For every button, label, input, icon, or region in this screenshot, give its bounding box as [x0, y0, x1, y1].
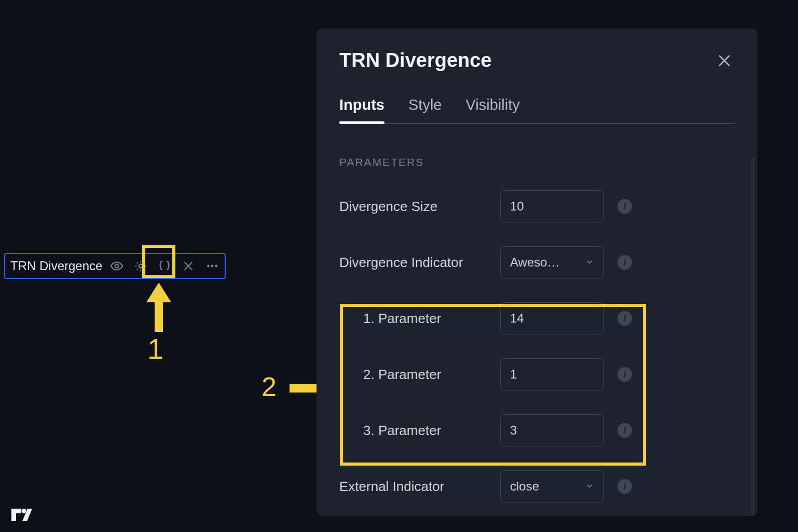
- svg-point-1: [139, 264, 143, 268]
- info-icon[interactable]: [617, 423, 632, 438]
- label-param-3: 3. Parameter: [339, 423, 500, 439]
- dialog-close-button[interactable]: [714, 50, 735, 71]
- row-param-3: 3. Parameter: [339, 414, 735, 446]
- tab-inputs[interactable]: Inputs: [339, 96, 384, 123]
- section-parameters: PARAMETERS: [339, 156, 735, 169]
- svg-point-4: [215, 265, 218, 268]
- svg-point-9: [22, 509, 26, 513]
- gear-icon[interactable]: [131, 257, 150, 275]
- svg-rect-8: [11, 509, 16, 521]
- input-param-2[interactable]: [500, 358, 604, 390]
- svg-point-3: [211, 265, 214, 268]
- row-divergence-size: Divergence Size: [339, 190, 735, 222]
- input-param-3[interactable]: [500, 414, 604, 446]
- svg-marker-5: [146, 283, 171, 332]
- select-value: Aweso…: [510, 255, 560, 270]
- svg-point-0: [115, 264, 119, 268]
- eye-icon[interactable]: [107, 257, 126, 275]
- info-icon[interactable]: [617, 311, 632, 326]
- indicator-chip[interactable]: TRN Divergence: [4, 253, 226, 279]
- dialog-title: TRN Divergence: [339, 49, 492, 72]
- chevron-down-icon: [585, 255, 594, 270]
- row-param-1: 1. Parameter: [339, 302, 735, 334]
- label-divergence-indicator: Divergence Indicator: [339, 255, 500, 271]
- tradingview-logo: [11, 507, 32, 524]
- close-icon[interactable]: [179, 257, 198, 275]
- row-param-2: 2. Parameter: [339, 358, 735, 390]
- more-icon[interactable]: [203, 257, 222, 275]
- row-external-indicator: External Indicator close: [339, 470, 735, 502]
- select-external-indicator[interactable]: close: [500, 470, 604, 502]
- row-divergence-indicator: Divergence Indicator Aweso…: [339, 246, 735, 278]
- svg-point-2: [207, 265, 210, 268]
- input-divergence-size[interactable]: [500, 190, 604, 222]
- settings-dialog: TRN Divergence Inputs Style Visibility P…: [317, 29, 758, 516]
- info-icon[interactable]: [617, 199, 632, 214]
- code-braces-icon[interactable]: [155, 257, 174, 275]
- label-param-2: 2. Parameter: [339, 367, 500, 383]
- label-divergence-size: Divergence Size: [339, 199, 500, 215]
- tab-visibility[interactable]: Visibility: [465, 96, 519, 123]
- annotation-label-2: 2: [262, 371, 277, 402]
- input-param-1[interactable]: [500, 302, 604, 334]
- info-icon[interactable]: [617, 479, 632, 494]
- indicator-name: TRN Divergence: [10, 259, 102, 273]
- annotation-arrow-1: [145, 283, 172, 334]
- select-value: close: [510, 479, 539, 494]
- chevron-down-icon: [585, 479, 594, 494]
- info-icon[interactable]: [617, 255, 632, 270]
- info-icon[interactable]: [617, 367, 632, 382]
- label-param-1: 1. Parameter: [339, 311, 500, 327]
- annotation-label-1: 1: [147, 332, 163, 366]
- scrollbar[interactable]: [751, 158, 754, 516]
- dialog-tabs: Inputs Style Visibility: [339, 96, 735, 124]
- select-divergence-indicator[interactable]: Aweso…: [500, 246, 604, 278]
- label-external-indicator: External Indicator: [339, 479, 500, 495]
- tab-style[interactable]: Style: [408, 96, 442, 123]
